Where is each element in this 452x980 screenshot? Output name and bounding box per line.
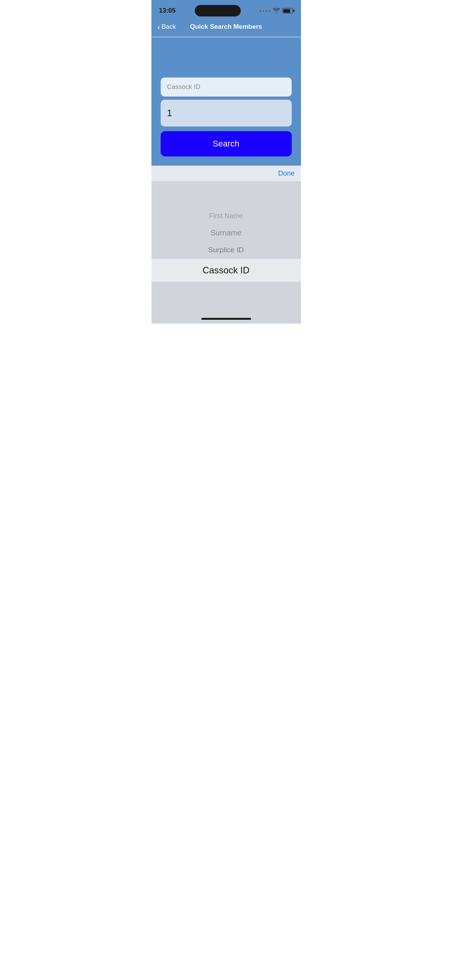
signal-icon — [260, 10, 271, 12]
picker-item-firstname[interactable]: First Name — [151, 208, 301, 224]
dot2 — [263, 10, 265, 12]
back-chevron-icon: ‹ — [158, 23, 160, 31]
cassock-id-label-field[interactable] — [161, 77, 292, 97]
search-button[interactable]: Search — [161, 131, 292, 156]
dot3 — [266, 10, 268, 12]
picker-item-cassockid[interactable]: Cassock ID — [151, 259, 301, 282]
keyboard-toolbar: Done — [151, 166, 301, 182]
wifi-icon — [273, 8, 280, 13]
home-indicator — [201, 318, 251, 320]
status-bar: 13:05 — [151, 0, 301, 19]
back-label: Back — [161, 23, 176, 31]
cassock-id-value-input[interactable] — [161, 100, 292, 127]
dot4 — [269, 10, 271, 12]
form-area: Search — [161, 77, 292, 156]
battery-icon — [282, 8, 293, 13]
screen: 13:05 ‹ Back — [151, 0, 301, 324]
dot1 — [260, 10, 261, 12]
dynamic-island — [195, 5, 241, 16]
picker-item-surname[interactable]: Surname — [151, 225, 301, 241]
back-button[interactable]: ‹ Back — [158, 23, 176, 31]
status-time: 13:05 — [159, 7, 176, 15]
picker-area[interactable]: First Name Surname Surplice ID Cassock I… — [151, 182, 301, 305]
battery-fill — [283, 9, 290, 13]
done-button[interactable]: Done — [278, 169, 294, 178]
picker-scroll: First Name Surname Surplice ID Cassock I… — [151, 208, 301, 282]
main-content: Search — [151, 37, 301, 166]
nav-bar: ‹ Back Quick Search Members — [151, 19, 301, 37]
home-indicator-area — [151, 304, 301, 324]
status-right-icons — [260, 8, 293, 13]
page-title: Quick Search Members — [190, 23, 262, 31]
picker-item-surpliceid[interactable]: Surplice ID — [151, 242, 301, 258]
